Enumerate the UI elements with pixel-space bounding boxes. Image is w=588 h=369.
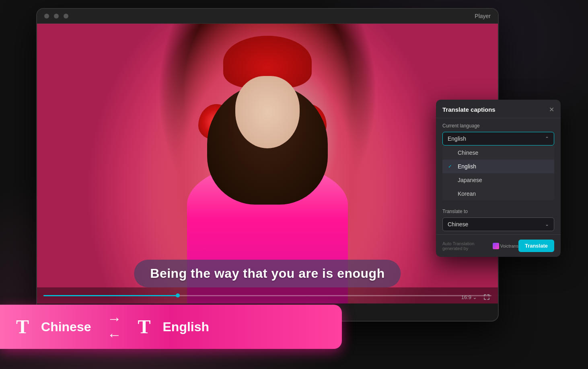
bottom-translation-bar: T Chinese → ← T English — [0, 305, 342, 349]
language-label-english: English — [458, 163, 476, 170]
translate-to-value: Chinese — [448, 221, 468, 228]
language-label-japanese: Japanese — [458, 177, 482, 183]
close-button[interactable]: ✕ — [549, 107, 554, 113]
language-option-english[interactable]: ✓ English — [442, 160, 554, 173]
minimize-dot — [54, 14, 59, 18]
chevron-up-icon: ⌃ — [545, 136, 549, 141]
voictrans-logo: Voictrans — [493, 243, 518, 249]
close-dot — [44, 14, 49, 18]
check-icon: ✓ — [448, 164, 454, 169]
current-language-value: English — [448, 135, 466, 142]
target-language-label: English — [163, 320, 210, 334]
translate-captions-panel: Translate captions ✕ Current language En… — [436, 100, 561, 257]
monitor-controls — [44, 14, 68, 18]
fullscreen-icon — [483, 294, 490, 300]
brand-name: Voictrans — [500, 244, 518, 248]
maximize-dot — [64, 14, 68, 18]
video-controls-right: 16:9 ⌄ — [461, 294, 490, 300]
progress-thumb[interactable] — [176, 293, 180, 297]
caption-overlay: Being the way that you are is enough — [134, 260, 401, 287]
current-language-label: Current language — [442, 123, 554, 129]
arrow-right-icon: → — [107, 312, 122, 326]
fullscreen-control[interactable] — [483, 294, 490, 300]
panel-title: Translate captions — [442, 106, 495, 113]
target-text-icon: T — [138, 317, 151, 336]
progress-track[interactable] — [43, 295, 491, 296]
player-title: Player — [475, 13, 491, 19]
language-option-korean[interactable]: Korean — [442, 187, 554, 201]
scene: Player Being the way that you are is eno… — [0, 0, 588, 369]
auto-translation-text: Auto Translation generated by Voictrans — [442, 241, 518, 251]
translate-to-section: Translate to Chinese ⌄ — [436, 204, 561, 234]
language-option-japanese[interactable]: Japanese — [442, 173, 554, 187]
swap-arrows[interactable]: → ← — [107, 312, 122, 342]
chevron-down-icon: ⌄ — [545, 221, 549, 227]
voictrans-icon — [493, 243, 499, 249]
caption-text: Being the way that you are is enough — [150, 266, 384, 281]
current-language-section: Current language English ⌃ Chinese ✓ Eng… — [436, 118, 561, 204]
language-option-chinese[interactable]: Chinese — [442, 146, 554, 160]
language-label-chinese: Chinese — [458, 150, 478, 156]
language-label-korean: Korean — [458, 191, 476, 197]
panel-header: Translate captions ✕ — [436, 100, 561, 118]
source-language-label: Chinese — [41, 320, 91, 334]
progress-bar-area[interactable] — [37, 287, 498, 303]
arrow-left-icon: ← — [107, 328, 122, 342]
translate-to-label: Translate to — [442, 209, 554, 214]
translate-button[interactable]: Translate — [518, 240, 554, 252]
video-area: Being the way that you are is enough 16:… — [37, 24, 498, 303]
source-text-icon: T — [16, 317, 29, 336]
panel-footer: Auto Translation generated by Voictrans … — [436, 234, 561, 257]
auto-translation-label: Auto Translation generated by — [442, 241, 491, 251]
aspect-ratio-control[interactable]: 16:9 ⌄ — [461, 294, 477, 300]
face-element — [235, 76, 300, 148]
monitor-titlebar: Player — [37, 9, 498, 24]
translate-to-dropdown[interactable]: Chinese ⌄ — [442, 217, 554, 231]
language-dropdown-list: Chinese ✓ English Japanese Korean — [442, 146, 554, 201]
current-language-dropdown[interactable]: English ⌃ — [442, 132, 554, 146]
monitor-frame: Player Being the way that you are is eno… — [36, 8, 499, 322]
progress-fill — [43, 295, 178, 296]
